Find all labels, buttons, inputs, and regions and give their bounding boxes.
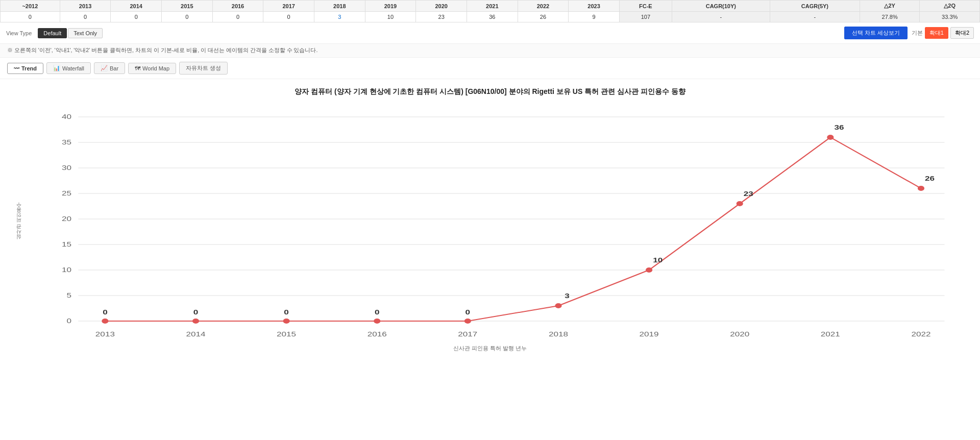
svg-text:5: 5 bbox=[67, 291, 72, 299]
svg-point-36 bbox=[827, 135, 834, 140]
waterfall-icon: 📊 bbox=[53, 65, 60, 71]
svg-text:35: 35 bbox=[62, 138, 71, 146]
value-col-14: - bbox=[770, 12, 860, 22]
svg-text:0: 0 bbox=[375, 308, 380, 316]
svg-text:10: 10 bbox=[62, 266, 71, 274]
tab-trend-label: Trend bbox=[21, 65, 37, 71]
svg-text:0: 0 bbox=[465, 308, 471, 316]
tab-trend[interactable]: 〰 Trend bbox=[7, 63, 43, 74]
tab-worldmap-label: World Map bbox=[142, 65, 169, 71]
svg-text:10: 10 bbox=[653, 256, 663, 264]
svg-text:20: 20 bbox=[62, 215, 71, 223]
svg-text:2017: 2017 bbox=[458, 330, 477, 338]
value-col-1: 0 bbox=[60, 12, 111, 22]
value-col-5: 0 bbox=[263, 12, 314, 22]
tab-worldmap[interactable]: 🗺 World Map bbox=[128, 63, 176, 74]
value-col-6: 3 bbox=[314, 12, 365, 22]
trend-icon: 〰 bbox=[14, 65, 19, 71]
svg-text:2015: 2015 bbox=[277, 330, 296, 338]
tab-waterfall-label: Waterfall bbox=[62, 65, 84, 71]
svg-text:30: 30 bbox=[62, 164, 71, 172]
svg-text:3: 3 bbox=[565, 292, 570, 300]
view-type-buttons: Default Text Only bbox=[38, 28, 103, 38]
value-col-8: 23 bbox=[416, 12, 467, 22]
svg-text:2019: 2019 bbox=[640, 330, 659, 338]
value-col-3: 0 bbox=[162, 12, 213, 22]
btn-default[interactable]: Default bbox=[38, 28, 67, 38]
header-col-2017: 2017 bbox=[263, 1, 314, 12]
header-col-~2012: ~2012 bbox=[1, 1, 60, 12]
header-col-△2Q: △2Q bbox=[920, 1, 980, 12]
header-col-2022: 2022 bbox=[518, 1, 569, 12]
header-col-2021: 2021 bbox=[467, 1, 518, 12]
svg-text:2022: 2022 bbox=[911, 330, 930, 338]
scale-label: 기본 bbox=[912, 29, 923, 37]
svg-point-35 bbox=[737, 201, 743, 206]
svg-text:40: 40 bbox=[62, 113, 71, 120]
svg-point-33 bbox=[555, 303, 561, 308]
tab-bar[interactable]: 📈 Bar bbox=[94, 62, 125, 74]
value-col-9: 36 bbox=[467, 12, 518, 22]
svg-point-31 bbox=[374, 319, 380, 324]
header-col-CAGR(10Y): CAGR(10Y) bbox=[672, 1, 770, 12]
controls-row: View Type Default Text Only 선택 차트 세상보기 기… bbox=[0, 22, 980, 44]
svg-text:0: 0 bbox=[284, 308, 289, 316]
svg-point-37 bbox=[918, 186, 924, 191]
scale-1-button[interactable]: 확대1 bbox=[925, 27, 948, 39]
y-axis-label: 심사관 피인용수 bbox=[15, 206, 22, 243]
svg-point-32 bbox=[464, 319, 471, 324]
btn-text-only[interactable]: Text Only bbox=[68, 28, 103, 38]
header-col-2016: 2016 bbox=[212, 1, 263, 12]
value-col-13: - bbox=[672, 12, 770, 22]
value-col-4: 0 bbox=[212, 12, 263, 22]
header-col-2020: 2020 bbox=[416, 1, 467, 12]
svg-text:2013: 2013 bbox=[95, 330, 115, 338]
header-col-2018: 2018 bbox=[314, 1, 365, 12]
value-col-12: 107 bbox=[619, 12, 672, 22]
svg-point-34 bbox=[646, 267, 652, 273]
value-col-16: 33.3% bbox=[920, 12, 980, 22]
value-col-11: 9 bbox=[569, 12, 620, 22]
chart-container: 양자 컴퓨터 (양자 기계 현상에 기초한 컴퓨터 시스템) [G06N10/0… bbox=[0, 79, 980, 362]
svg-text:23: 23 bbox=[744, 190, 753, 198]
tab-free[interactable]: 자유차트 생성 bbox=[179, 62, 228, 75]
svg-text:2016: 2016 bbox=[368, 330, 387, 338]
notice-text: ※ 오른쪽의 '이전', '악내1', '악내2' 버튼을 클릭하면, 차트의 … bbox=[0, 44, 980, 58]
svg-text:2020: 2020 bbox=[730, 330, 749, 338]
header-col-CAGR(5Y): CAGR(5Y) bbox=[770, 1, 860, 12]
svg-text:15: 15 bbox=[62, 240, 71, 248]
map-icon: 🗺 bbox=[135, 65, 140, 71]
svg-text:0: 0 bbox=[193, 308, 199, 316]
bar-icon: 📈 bbox=[101, 65, 108, 71]
scale-2-button[interactable]: 확대2 bbox=[950, 27, 974, 39]
svg-text:25: 25 bbox=[62, 189, 71, 197]
tab-waterfall[interactable]: 📊 Waterfall bbox=[46, 62, 91, 74]
value-col-2: 0 bbox=[111, 12, 162, 22]
header-col-2019: 2019 bbox=[365, 1, 416, 12]
svg-text:2018: 2018 bbox=[549, 330, 568, 338]
header-col-2014: 2014 bbox=[111, 1, 162, 12]
value-col-0: 0 bbox=[1, 12, 60, 22]
header-col-2015: 2015 bbox=[162, 1, 213, 12]
x-axis-label: 신사관 피인용 특허 발행 년누 bbox=[15, 345, 965, 352]
value-col-15: 27.8% bbox=[860, 12, 920, 22]
svg-text:2014: 2014 bbox=[186, 330, 205, 338]
chart-title: 양자 컴퓨터 (양자 기계 현상에 기초한 컴퓨터 시스템) [G06N10/0… bbox=[15, 87, 965, 96]
svg-point-28 bbox=[102, 319, 108, 324]
svg-text:26: 26 bbox=[925, 175, 935, 182]
data-table: ~201220132014201520162017201820192020202… bbox=[0, 0, 980, 22]
view-type-label: View Type bbox=[6, 30, 32, 36]
header-col-△2Y: △2Y bbox=[860, 1, 920, 12]
svg-text:36: 36 bbox=[834, 124, 844, 131]
value-col-10: 26 bbox=[518, 12, 569, 22]
svg-point-29 bbox=[192, 319, 199, 324]
header-col-2013: 2013 bbox=[60, 1, 111, 12]
chart-toolbar: 〰 Trend 📊 Waterfall 📈 Bar 🗺 World Map 자유… bbox=[0, 58, 980, 79]
chart-detail-button[interactable]: 선택 차트 세상보기 bbox=[844, 27, 908, 39]
tab-bar-label: Bar bbox=[110, 65, 118, 71]
svg-point-30 bbox=[283, 319, 290, 324]
value-col-7: 10 bbox=[365, 12, 416, 22]
header-col-FC-E: FC-E bbox=[619, 1, 672, 12]
svg-text:0: 0 bbox=[103, 308, 108, 316]
header-col-2023: 2023 bbox=[569, 1, 620, 12]
